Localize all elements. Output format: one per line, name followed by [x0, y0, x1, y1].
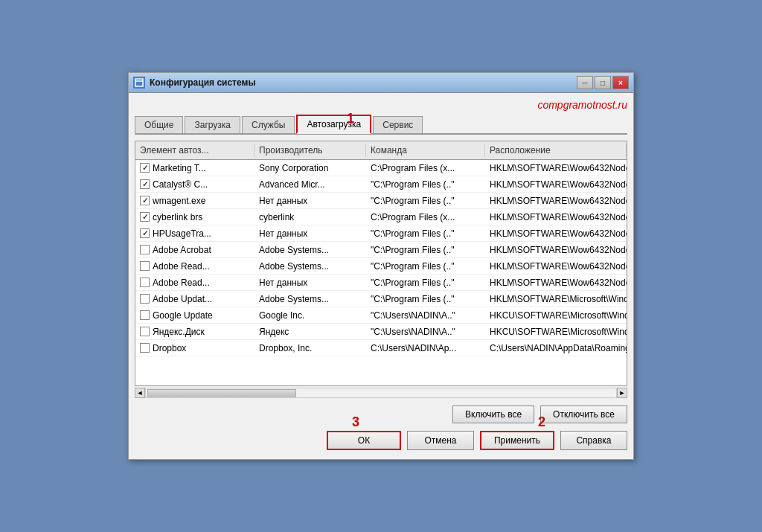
col-manufacturer: Производитель	[254, 144, 366, 157]
startup-item-name: wmagent.exe	[153, 196, 205, 206]
startup-location: HKLM\SOFTWARE\Wow6432Node\Micr	[485, 242, 627, 257]
startup-command: "C:\Program Files (.."	[366, 291, 485, 307]
table-row[interactable]: DropboxDropbox, Inc.C:\Users\NADIN\Ap...…	[135, 340, 627, 356]
startup-manufacturer: Яндекс	[254, 324, 366, 339]
tab-general[interactable]: Общие	[135, 116, 183, 133]
hscroll-track[interactable]	[145, 388, 617, 398]
col-command: Команда	[366, 144, 485, 157]
startup-item-name: Adobe Updat...	[153, 294, 212, 304]
startup-manufacturer: cyberlink	[254, 209, 366, 225]
startup-item-name: Google Update	[153, 310, 213, 321]
table-row[interactable]: Яндекс.ДискЯндекс"C:\Users\NADIN\A.."HKC…	[135, 324, 627, 340]
table-row[interactable]: Catalyst® C...Advanced Micr..."C:\Progra…	[135, 176, 627, 193]
table-row[interactable]: Adobe Read...Adobe Systems..."C:\Program…	[135, 258, 627, 275]
startup-manufacturer: Adobe Systems...	[254, 258, 366, 274]
close-button[interactable]: ×	[612, 76, 629, 89]
startup-item-name: Adobe Read...	[153, 278, 210, 288]
startup-location: HKLM\SOFTWARE\Wow6432Node\Micr	[485, 176, 627, 192]
startup-checkbox[interactable]	[140, 310, 150, 320]
startup-command: "C:\Program Files (.."	[366, 275, 485, 290]
startup-manufacturer: Adobe Systems...	[254, 242, 366, 257]
startup-item-name: Adobe Acrobat	[153, 245, 211, 255]
startup-command: C:\Program Files (x...	[366, 160, 485, 176]
startup-checkbox[interactable]	[140, 179, 150, 189]
disable-all-button[interactable]: Отключить все	[540, 406, 627, 423]
table-row[interactable]: cyberlink brscyberlinkC:\Program Files (…	[135, 209, 627, 225]
startup-manufacturer: Dropbox, Inc.	[254, 340, 366, 356]
hscroll-thumb[interactable]	[147, 389, 296, 398]
tab-tools[interactable]: Сервис	[373, 116, 423, 133]
table-body: Marketing T...Sony CorporationC:\Program…	[135, 160, 627, 385]
startup-command: "C:\Users\NADIN\A.."	[366, 324, 485, 339]
tabs-container: 1 Общие Загрузка Службы Автозагрузка Сер…	[135, 114, 627, 135]
startup-command: C:\Program Files (x...	[366, 209, 485, 225]
tab-services[interactable]: Службы	[242, 116, 295, 133]
table-row[interactable]: Adobe Read...Нет данных"C:\Program Files…	[135, 275, 627, 291]
startup-checkbox[interactable]	[140, 163, 150, 173]
startup-item-name: Catalyst® C...	[153, 179, 208, 190]
startup-command: "C:\Program Files (.."	[366, 242, 485, 257]
ok-button[interactable]: ОК	[327, 431, 401, 450]
startup-checkbox[interactable]	[140, 278, 150, 287]
hscroll-right-btn[interactable]: ►	[617, 388, 627, 398]
table-row[interactable]: wmagent.exeНет данных"C:\Program Files (…	[135, 193, 627, 209]
apply-button[interactable]: Применить	[480, 431, 554, 450]
startup-location: HKCU\SOFTWARE\Microsoft\Windows\C	[485, 324, 627, 339]
help-button[interactable]: Справка	[560, 431, 627, 450]
action-buttons: 3 2 ОК Отмена Применить Справка	[135, 431, 627, 450]
table-row[interactable]: Adobe AcrobatAdobe Systems..."C:\Program…	[135, 242, 627, 258]
table-header: Элемент автоз... Производитель Команда Р…	[135, 141, 627, 160]
cancel-button[interactable]: Отмена	[407, 431, 474, 450]
startup-item-name: Adobe Read...	[153, 261, 210, 272]
tab-bar: Общие Загрузка Службы Автозагрузка Серви…	[135, 114, 627, 135]
startup-checkbox[interactable]	[140, 261, 150, 271]
startup-command: "C:\Program Files (.."	[366, 225, 485, 241]
window-icon	[133, 77, 145, 89]
startup-checkbox[interactable]	[140, 228, 150, 238]
startup-manufacturer: Google Inc.	[254, 307, 366, 323]
hscroll-left-btn[interactable]: ◄	[135, 388, 145, 398]
startup-item-name: Яндекс.Диск	[153, 327, 205, 337]
col-location: Расположение	[485, 144, 627, 157]
startup-checkbox[interactable]	[140, 212, 150, 222]
startup-checkbox[interactable]	[140, 294, 150, 304]
startup-checkbox[interactable]	[140, 327, 150, 336]
enable-disable-buttons: Включить все Отключить все	[135, 406, 627, 423]
startup-location: HKCU\SOFTWARE\Microsoft\Windows\C	[485, 307, 627, 323]
startup-item-name: cyberlink brs	[153, 212, 202, 222]
tab-boot[interactable]: Загрузка	[185, 116, 240, 133]
svg-rect-0	[135, 79, 143, 86]
maximize-button[interactable]: □	[595, 76, 611, 89]
minimize-button[interactable]: ─	[577, 76, 593, 89]
startup-item-name: Marketing T...	[153, 163, 206, 173]
enable-all-button[interactable]: Включить все	[452, 406, 534, 423]
startup-command: "C:\Users\NADIN\A.."	[366, 307, 485, 323]
startup-manufacturer: Advanced Micr...	[254, 176, 366, 192]
startup-manufacturer: Adobe Systems...	[254, 291, 366, 307]
startup-command: C:\Users\NADIN\Ap...	[366, 340, 485, 356]
tab-startup[interactable]: Автозагрузка	[296, 115, 371, 134]
title-bar: Конфигурация системы ─ □ ×	[129, 73, 633, 93]
startup-location: HKLM\SOFTWARE\Wow6432Node\Micr	[485, 160, 627, 176]
main-window: Конфигурация системы ─ □ × compgramotnos…	[128, 72, 634, 460]
startup-location: HKLM\SOFTWARE\Wow6432Node\Micr	[485, 193, 627, 208]
startup-location: HKLM\SOFTWARE\Wow6432Node\Micr	[485, 209, 627, 225]
startup-location: HKLM\SOFTWARE\Wow6432Node\Micr	[485, 258, 627, 274]
startup-checkbox[interactable]	[140, 196, 150, 205]
watermark: compgramotnost.ru	[135, 99, 627, 111]
startup-checkbox[interactable]	[140, 245, 150, 254]
startup-location: HKLM\SOFTWARE\Wow6432Node\Micr	[485, 275, 627, 290]
table-row[interactable]: HPUsageTra...Нет данных"C:\Program Files…	[135, 225, 627, 242]
table-row[interactable]: Google UpdateGoogle Inc."C:\Users\NADIN\…	[135, 307, 627, 324]
startup-table: Элемент автоз... Производитель Команда Р…	[135, 141, 627, 386]
col-name: Элемент автоз...	[135, 144, 254, 157]
table-row[interactable]: Marketing T...Sony CorporationC:\Program…	[135, 160, 627, 176]
table-row[interactable]: Adobe Updat...Adobe Systems..."C:\Progra…	[135, 291, 627, 307]
startup-item-name: HPUsageTra...	[153, 228, 211, 239]
startup-location: HKLM\SOFTWARE\Wow6432Node\Micr	[485, 225, 627, 241]
startup-item-name: Dropbox	[153, 343, 186, 353]
startup-checkbox[interactable]	[140, 343, 150, 353]
number-label-1: 1	[347, 111, 354, 126]
bottom-section: Включить все Отключить все 3 2 ОК Отмена…	[135, 401, 627, 453]
startup-manufacturer: Нет данных	[254, 275, 366, 290]
